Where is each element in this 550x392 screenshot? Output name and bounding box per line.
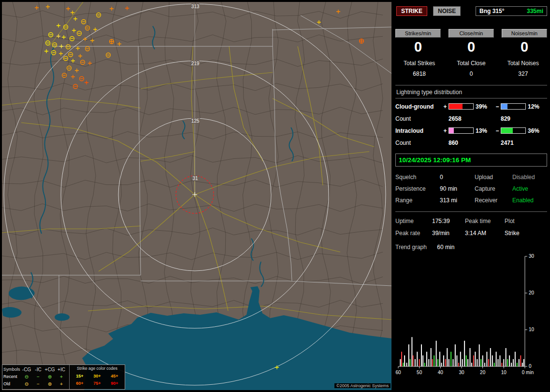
age-75: 75+ bbox=[88, 381, 106, 386]
trend-bar bbox=[434, 355, 434, 366]
upload-label: Upload bbox=[475, 174, 512, 181]
trend-bar bbox=[404, 355, 405, 366]
trend-xtick-label: 10 bbox=[501, 370, 507, 375]
close-per-min-label: Close/min bbox=[449, 29, 494, 38]
rate-values-row: 0 0 0 bbox=[395, 40, 547, 55]
trend-bar bbox=[498, 359, 499, 366]
uptime-label: Uptime bbox=[395, 218, 432, 224]
gulf-water bbox=[9, 286, 35, 300]
panel-header-row: STRIKE NOISE Bng 315° 335mi bbox=[395, 6, 547, 16]
strike-symbol bbox=[44, 49, 48, 53]
trend-bar bbox=[431, 348, 432, 366]
trend-bar bbox=[413, 355, 414, 366]
peak-rate-value: 39/min bbox=[432, 230, 465, 237]
ic-negative-bar bbox=[501, 127, 526, 134]
persistence-value: 90 min bbox=[440, 185, 475, 192]
cg-positive-pct: 39% bbox=[474, 103, 494, 110]
trend-xtick-label: 20 bbox=[480, 370, 486, 375]
strike-symbol bbox=[72, 28, 76, 32]
strike-symbol bbox=[66, 7, 70, 11]
trend-bar bbox=[410, 359, 411, 366]
trend-bar bbox=[488, 359, 489, 366]
trend-bar bbox=[453, 359, 454, 366]
trend-bar bbox=[419, 359, 420, 366]
road bbox=[298, 46, 323, 185]
strike-symbol bbox=[85, 81, 88, 84]
road bbox=[2, 98, 141, 108]
trend-bar bbox=[462, 359, 463, 366]
circle-plus-icon: ⊕ bbox=[44, 375, 56, 379]
cloud-ground-label: Cloud-ground bbox=[395, 103, 442, 110]
capture-label: Capture bbox=[475, 185, 512, 192]
trend-bar bbox=[449, 359, 449, 366]
strike-symbol bbox=[67, 66, 72, 70]
peak-time-label: Peak time bbox=[465, 218, 505, 224]
noises-per-min-value: 0 bbox=[502, 40, 547, 55]
trend-bar bbox=[470, 348, 471, 366]
state-border bbox=[138, 46, 141, 275]
strike-symbol bbox=[70, 37, 74, 41]
trend-bar bbox=[507, 359, 508, 366]
strike-symbol bbox=[71, 75, 75, 79]
strikes-per-min-label: Strikes/min bbox=[395, 29, 441, 38]
trend-bar bbox=[417, 351, 418, 366]
age-60: 60+ bbox=[71, 381, 88, 386]
uptime-value: 175:39 bbox=[432, 218, 465, 224]
strike-symbol bbox=[35, 6, 39, 10]
trend-bar bbox=[475, 351, 476, 366]
strike-symbol bbox=[75, 69, 79, 72]
strike-toggle-button[interactable]: STRIKE bbox=[396, 6, 427, 16]
plus-sign: + bbox=[442, 103, 449, 110]
legend-col-neg-cg: -CG bbox=[21, 367, 32, 372]
trend-bar bbox=[411, 337, 412, 366]
strike-symbol bbox=[76, 46, 80, 50]
upload-status: Disabled bbox=[512, 174, 547, 181]
strike-symbol bbox=[59, 52, 63, 56]
trend-bar bbox=[471, 363, 472, 366]
squelch-value: 0 bbox=[440, 174, 475, 181]
bearing-range-value: 335mi bbox=[527, 8, 543, 14]
strike-symbol bbox=[46, 41, 50, 45]
trend-bar bbox=[480, 359, 481, 366]
circle-minus-icon: ⊖ bbox=[21, 375, 32, 379]
trend-bar bbox=[520, 355, 521, 366]
road bbox=[195, 152, 369, 195]
strike-map[interactable]: 31321912531 Symbols -CG -IC +CG +IC Rece… bbox=[2, 2, 391, 390]
trend-bar bbox=[422, 355, 423, 366]
plot-label: Plot bbox=[505, 218, 539, 224]
datetime-display: 10/24/2025 12:09:16 PM bbox=[395, 154, 547, 167]
stats-table: Uptime 175:39 Peak time Plot Peak rate 3… bbox=[395, 218, 547, 237]
trend-bar bbox=[513, 359, 514, 366]
total-strikes: Total Strikes 6818 bbox=[395, 60, 443, 77]
strike-symbol bbox=[360, 39, 364, 43]
trend-bar bbox=[450, 351, 451, 366]
strike-symbol bbox=[317, 20, 321, 24]
road bbox=[141, 152, 195, 161]
legend-symbols-table: Symbols -CG -IC +CG +IC Recent ⊖ − ⊕ + O… bbox=[2, 365, 70, 389]
legend-col-pos-ic: +IC bbox=[56, 367, 67, 372]
trend-bar bbox=[509, 355, 510, 366]
trend-graph-window: 60 min bbox=[437, 244, 454, 251]
age-15: 15+ bbox=[71, 374, 88, 378]
river bbox=[182, 121, 185, 139]
trend-bar bbox=[506, 348, 507, 366]
trend-bar bbox=[401, 351, 402, 366]
distribution-title: Lightning type distribution bbox=[395, 85, 547, 98]
trend-bar bbox=[439, 351, 440, 366]
trend-bar bbox=[458, 363, 459, 366]
strike-symbol bbox=[57, 34, 60, 38]
noise-toggle-button[interactable]: NOISE bbox=[433, 6, 461, 16]
age-90: 90+ bbox=[106, 381, 123, 386]
peak-time-value: 3:14 AM bbox=[465, 230, 505, 237]
trend-graph: 01020306050403020100 min bbox=[395, 252, 549, 377]
strike-symbol bbox=[77, 31, 82, 36]
divider bbox=[395, 211, 547, 212]
circle-plus-icon: ⊕ bbox=[44, 382, 56, 387]
strike-symbol bbox=[49, 33, 53, 37]
trend-ytick-label: 20 bbox=[529, 290, 535, 295]
trend-xtick-label: 30 bbox=[459, 370, 464, 375]
strike-symbol bbox=[62, 35, 66, 39]
receiver-status: Enabled bbox=[512, 197, 547, 204]
ic-positive-count: 860 bbox=[442, 140, 494, 146]
road bbox=[88, 306, 391, 320]
